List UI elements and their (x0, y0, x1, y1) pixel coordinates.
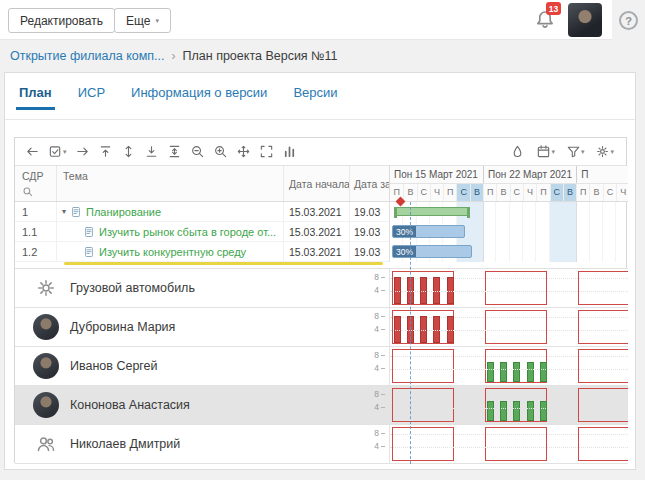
filter-button[interactable]: ▾ (564, 142, 587, 161)
content-card: План ИСР Информация о версии Версии ▾ ▾▾… (4, 72, 636, 470)
allocation-bar (433, 277, 440, 304)
axis-label: 4 (374, 324, 385, 334)
resource-load-chart[interactable] (389, 269, 628, 307)
allocation-bar (513, 362, 520, 382)
calendar-button[interactable]: ▾ (534, 142, 557, 161)
critical-path-button[interactable] (508, 142, 527, 161)
axis-label: 8 (374, 272, 385, 282)
settings-button[interactable]: ▾ (593, 142, 616, 161)
column-header-start[interactable]: Дата начала (289, 178, 350, 190)
select-tasks-icon (48, 144, 63, 159)
resource-row[interactable]: Дубровина Мария84 (15, 308, 628, 347)
table-header: СДР Тема Дата начала Дата заве (15, 166, 389, 202)
histogram-button[interactable] (280, 142, 299, 161)
gantt-table-row[interactable]: 1.2Изучить конкурентную среду15.03.20211… (15, 242, 389, 262)
column-header-wbs[interactable]: СДР (22, 170, 56, 182)
column-header-topic[interactable]: Тема (63, 170, 88, 182)
fit-rows-button[interactable] (165, 142, 184, 161)
calendar-icon (536, 144, 551, 159)
row-wbs: 1.1 (15, 222, 57, 241)
resource-row[interactable]: Николаев Дмитрий84 (15, 425, 628, 464)
arrow-left-icon (25, 144, 40, 159)
allocation-bar (500, 401, 507, 421)
chevron-down-icon: ▾ (155, 17, 159, 25)
select-tasks-button[interactable]: ▾ (46, 142, 69, 161)
resource-row[interactable]: Иванов Сергей84 (15, 347, 628, 386)
resource-name: Кононова Анастасия (70, 398, 190, 412)
zoom-out-button[interactable] (188, 142, 207, 161)
day-label: В (470, 184, 483, 202)
arrow-right-button[interactable] (73, 142, 92, 161)
more-button[interactable]: Еще ▾ (114, 8, 171, 33)
timeline-weeks-row: Пон 15 Март 2021Пон 22 Март 2021П (390, 166, 628, 184)
breadcrumb-parent-link[interactable]: Открытие филиала комп... (10, 49, 165, 63)
day-label: С (417, 184, 430, 202)
column-wbs: СДР (15, 166, 57, 201)
column-header-end[interactable]: Дата заве (354, 178, 389, 190)
gantt-table-row[interactable]: 1.1Изучить рынок сбыта в городе от...15.… (15, 222, 389, 242)
tab-versions[interactable]: Версии (293, 85, 337, 110)
day-label: С (550, 184, 563, 202)
week-label: Пон 15 Март 2021 (390, 166, 483, 183)
tab-version-info[interactable]: Информация о версии (131, 85, 267, 110)
allocation-bar (487, 362, 494, 382)
critical-path-icon (510, 144, 525, 159)
week-gridline (483, 202, 484, 262)
day-label: П (443, 184, 456, 202)
zoom-in-icon (213, 144, 228, 159)
user-avatar[interactable] (568, 3, 602, 37)
resource-row-left: Грузовой автомобиль84 (15, 269, 389, 307)
allocation-bar (394, 316, 401, 343)
gantt-table-row[interactable]: 1▾Планирование15.03.202119.03 (15, 202, 389, 222)
tab-wbs[interactable]: ИСР (78, 85, 105, 110)
axis-label: 8 (374, 428, 385, 438)
expand-rows-icon (121, 144, 136, 159)
row-topic: Изучить рынок сбыта в городе от... (57, 222, 284, 241)
resource-row[interactable]: Грузовой автомобиль84 (15, 269, 628, 308)
fullscreen-button[interactable] (257, 142, 276, 161)
avatar (33, 353, 59, 379)
resource-load-chart[interactable] (389, 386, 628, 424)
gantt-bar-task-1[interactable]: 30% (392, 225, 465, 238)
resource-row[interactable]: Кононова Анастасия84 (15, 386, 628, 425)
tab-bar: План ИСР Информация о версии Версии (19, 85, 338, 110)
allocation-bar (447, 316, 454, 343)
resource-name: Грузовой автомобиль (70, 281, 195, 295)
zoom-in-button[interactable] (211, 142, 230, 161)
horizontal-scroll-indicator[interactable] (64, 262, 383, 265)
axis-label: 4 (374, 285, 385, 295)
tab-plan[interactable]: План (19, 85, 52, 110)
help-button[interactable]: ? (619, 11, 638, 30)
day-label: С (603, 184, 616, 202)
resource-load-chart[interactable] (389, 308, 628, 346)
expand-caret-icon[interactable]: ▾ (62, 207, 66, 216)
allocation-bar (394, 277, 401, 304)
pan-button[interactable] (234, 142, 253, 161)
allocation-bar (407, 277, 414, 304)
arrow-left-button[interactable] (23, 142, 42, 161)
resource-load-chart[interactable] (389, 425, 628, 463)
search-icon[interactable] (22, 186, 56, 198)
row-topic: Изучить конкурентную среду (57, 242, 284, 261)
gantt-chart[interactable]: 30% 30% (389, 202, 628, 262)
zoom-out-icon (190, 144, 205, 159)
gantt-panel: ▾ ▾▾▾ СДР Тема Дата начала Дата заве (14, 137, 627, 463)
collapse-top-button[interactable] (96, 142, 115, 161)
task-name[interactable]: Изучить рынок сбыта в городе от... (99, 226, 276, 238)
column-start: Дата начала (284, 166, 350, 201)
resource-load-chart[interactable] (389, 347, 628, 385)
page: { "topbar": { "edit_button": "Редактиров… (0, 0, 645, 480)
gantt-bar-task-2[interactable]: 30% (392, 245, 472, 258)
gantt-toolbar-left: ▾ (23, 142, 299, 161)
gantt-bar-summary[interactable] (394, 207, 470, 216)
edit-button[interactable]: Редактировать (8, 8, 115, 33)
collapse-bottom-button[interactable] (142, 142, 161, 161)
day-label: В (589, 184, 602, 202)
breadcrumb-separator-icon: › (172, 49, 176, 63)
task-name[interactable]: Изучить конкурентную среду (99, 246, 246, 258)
progress-segment: 30% (393, 246, 416, 257)
resource-name: Николаев Дмитрий (70, 437, 180, 451)
allocation-block (485, 271, 547, 305)
task-name[interactable]: Планирование (86, 206, 161, 218)
expand-rows-button[interactable] (119, 142, 138, 161)
